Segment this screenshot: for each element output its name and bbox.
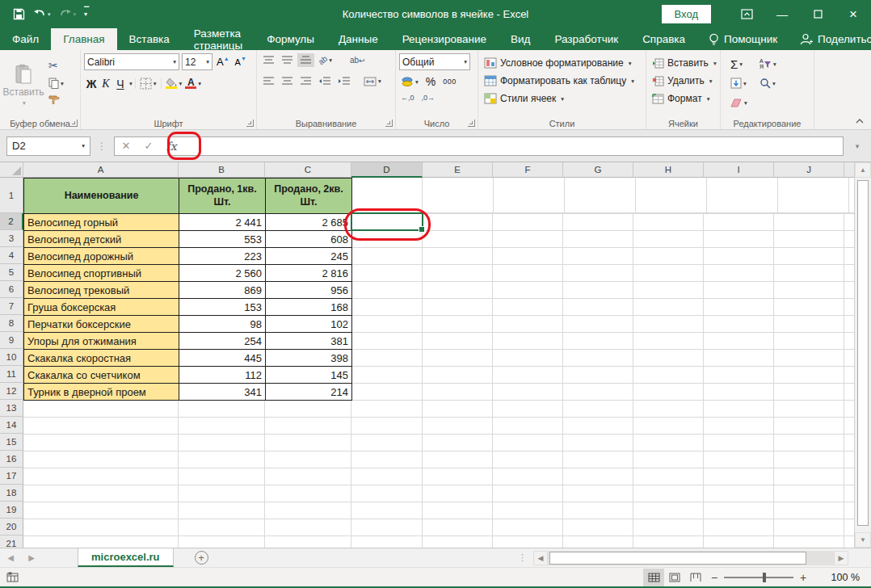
zoom-in-icon[interactable]: +	[795, 571, 811, 584]
font-dialog-launcher-icon[interactable]	[246, 120, 254, 127]
column-header-c[interactable]: C	[265, 162, 351, 178]
fill-down-icon[interactable]: ▾	[729, 77, 758, 90]
row-header-9[interactable]: 9	[0, 332, 23, 349]
font-color-icon[interactable]: А ▾	[183, 78, 203, 90]
decrease-decimal-icon[interactable]: ,0→	[420, 93, 437, 103]
row-header-15[interactable]: 15	[0, 434, 23, 451]
ribbon-display-options-icon[interactable]	[729, 0, 764, 28]
align-right-icon[interactable]	[297, 74, 314, 88]
close-button[interactable]: ×	[835, 0, 871, 28]
scroll-right-icon[interactable]: ▶	[834, 551, 848, 565]
column-header-h[interactable]: H	[633, 162, 704, 178]
tab-home[interactable]: Главная	[51, 28, 116, 50]
row-header-14[interactable]: 14	[0, 417, 23, 434]
hscroll-resize-handle[interactable]: ⋮	[518, 552, 527, 563]
cell-a12[interactable]: Турник в дверной проем	[24, 384, 179, 401]
cell-c1[interactable]: Продано, 2кв. Шт.	[266, 178, 352, 214]
undo-icon[interactable]: ▾	[33, 9, 51, 19]
cell-c4[interactable]: 245	[266, 248, 352, 265]
tab-page-layout[interactable]: Разметка страницы	[182, 28, 255, 50]
cell-c9[interactable]: 381	[266, 333, 352, 350]
tab-review[interactable]: Рецензирование	[390, 28, 499, 50]
new-sheet-icon[interactable]: +	[195, 551, 208, 565]
row-header-19[interactable]: 19	[0, 502, 23, 519]
increase-decimal-icon[interactable]: ←,0	[399, 93, 416, 103]
cell-b2[interactable]: 2 441	[179, 214, 266, 231]
number-format-combo[interactable]: Общий▾	[399, 53, 470, 70]
fill-color-icon[interactable]: ▾	[164, 78, 184, 90]
insert-cells-button[interactable]: Вставить▾	[650, 54, 717, 72]
column-header-f[interactable]: F	[493, 162, 563, 178]
cell-b9[interactable]: 254	[179, 333, 266, 350]
cut-icon[interactable]: ✂	[47, 58, 65, 73]
select-all-corner[interactable]	[0, 162, 23, 178]
cell-b5[interactable]: 2 560	[179, 265, 266, 282]
view-normal-icon[interactable]	[643, 569, 664, 586]
tab-formulas[interactable]: Формулы	[255, 28, 326, 50]
clear-eraser-icon[interactable]: ▾	[729, 98, 758, 108]
row-header-2[interactable]: 2	[0, 213, 23, 230]
sign-in-button[interactable]: Вход	[662, 5, 711, 23]
column-header-a[interactable]: A	[23, 162, 179, 178]
tab-insert[interactable]: Вставка	[117, 28, 182, 50]
cell-b8[interactable]: 98	[179, 316, 266, 333]
row-header-3[interactable]: 3	[0, 230, 23, 247]
percent-style-button[interactable]: %	[424, 74, 437, 89]
cell-a6[interactable]: Велосипед трековый	[24, 282, 179, 299]
borders-icon[interactable]: ▾	[138, 77, 158, 90]
cell-c7[interactable]: 168	[266, 299, 352, 316]
align-middle-icon[interactable]	[279, 53, 296, 67]
cell-a9[interactable]: Упоры для отжимания	[24, 333, 179, 350]
cell-b12[interactable]: 341	[179, 384, 266, 401]
expand-formula-bar-icon[interactable]: ▾	[848, 136, 866, 156]
scroll-down-icon[interactable]: ▼	[855, 532, 871, 548]
increase-font-icon[interactable]: А▲	[215, 55, 231, 69]
delete-cells-button[interactable]: Удалить▾	[650, 72, 717, 90]
vertical-scrollbar[interactable]: ▲ ▼	[854, 162, 871, 548]
number-dialog-launcher-icon[interactable]	[468, 120, 475, 127]
row-header-20[interactable]: 20	[0, 519, 23, 536]
horizontal-scroll-track[interactable]	[548, 551, 834, 565]
row-header-11[interactable]: 11	[0, 366, 23, 383]
cell-b11[interactable]: 112	[179, 367, 266, 384]
column-header-g[interactable]: G	[563, 162, 633, 178]
wrap-text-icon[interactable]: ab↩	[347, 54, 368, 66]
sheet-nav-left-icon[interactable]: ◀	[0, 548, 21, 567]
cell-c12[interactable]: 214	[266, 384, 352, 401]
column-header-partial[interactable]	[844, 162, 854, 178]
row-header-13[interactable]: 13	[0, 400, 23, 417]
cell-a5[interactable]: Велосипед спортивный	[24, 265, 179, 282]
column-header-e[interactable]: E	[423, 162, 493, 178]
autosum-button[interactable]: Σ▾	[729, 57, 758, 72]
tab-file[interactable]: Файл	[0, 28, 51, 50]
zoom-slider[interactable]	[724, 577, 793, 578]
cell-c2[interactable]: 2 685	[266, 214, 352, 231]
tab-developer[interactable]: Разработчик	[542, 28, 630, 50]
save-icon[interactable]	[13, 8, 25, 20]
selected-cell-d2[interactable]	[351, 212, 423, 231]
cell-b6[interactable]: 869	[179, 282, 266, 299]
cell-styles-button[interactable]: Стили ячеек▾	[482, 90, 642, 107]
row-header-1[interactable]: 1	[0, 178, 23, 213]
confirm-entry-icon[interactable]: ✓	[137, 137, 160, 155]
vertical-scroll-thumb[interactable]	[857, 180, 869, 526]
grid-row1-background[interactable]	[351, 178, 854, 213]
cell-a7[interactable]: Груша боксерская	[24, 299, 179, 316]
row-header-17[interactable]: 17	[0, 468, 23, 485]
sheet-tab-active[interactable]: microexcel.ru	[78, 548, 174, 567]
clipboard-dialog-launcher-icon[interactable]	[70, 120, 78, 127]
name-box[interactable]: D2 ▾	[6, 136, 90, 156]
underline-dropdown-icon[interactable]: ▾	[129, 80, 133, 87]
orientation-icon[interactable]: ab▾	[316, 54, 335, 66]
cell-c11[interactable]: 145	[266, 367, 352, 384]
row-header-18[interactable]: 18	[0, 485, 23, 502]
row-header-4[interactable]: 4	[0, 247, 23, 264]
paste-button[interactable]: Вставить ▾	[3, 53, 44, 116]
collapse-ribbon-icon[interactable]	[855, 118, 865, 124]
row-header-7[interactable]: 7	[0, 298, 23, 315]
tab-share[interactable]: Поделиться	[789, 28, 871, 50]
scroll-left-icon[interactable]: ◀	[533, 551, 548, 565]
insert-function-button[interactable]: fx	[160, 137, 183, 155]
cell-a10[interactable]: Скакалка скоростная	[24, 350, 179, 367]
italic-button[interactable]: К	[99, 78, 113, 90]
